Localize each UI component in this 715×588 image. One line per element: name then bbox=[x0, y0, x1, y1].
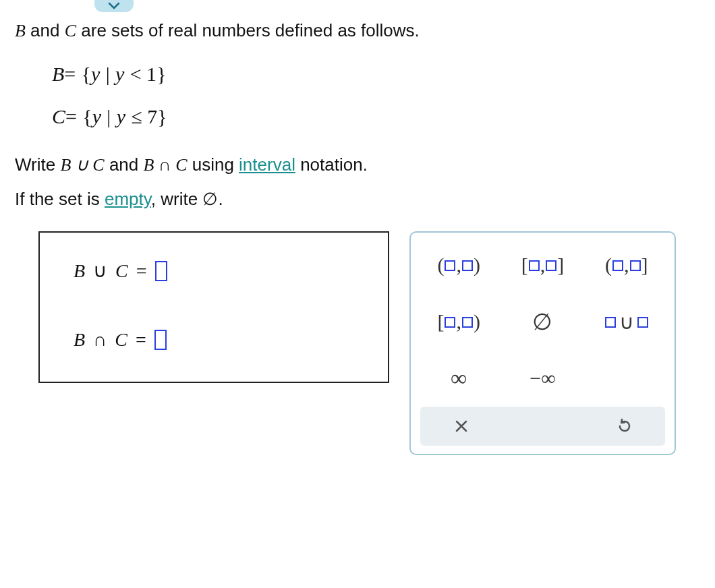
btn-blank bbox=[588, 354, 665, 403]
collapse-hint-chevron[interactable] bbox=[94, 0, 134, 12]
btn-neg-infinity[interactable]: −∞ bbox=[504, 354, 581, 403]
btn-closed-closed[interactable]: [,] bbox=[504, 241, 581, 289]
close-icon bbox=[454, 419, 469, 434]
empty-link[interactable]: empty bbox=[105, 189, 151, 209]
interval-link[interactable]: interval bbox=[239, 154, 295, 175]
var-c: C bbox=[65, 21, 76, 40]
answer-union-row: B ∪ C = bbox=[74, 260, 361, 282]
btn-closed-open[interactable]: [,) bbox=[420, 297, 497, 346]
btn-union-template[interactable]: ∪ bbox=[588, 297, 665, 346]
set-definitions: B= {y | y < 1} C= {y | y ≤ 7} bbox=[15, 59, 700, 131]
answer-intersect-row: B ∩ C = bbox=[74, 329, 361, 351]
btn-empty-set[interactable]: ∅ bbox=[504, 297, 581, 346]
instruction-2: If the set is empty, write ∅. bbox=[15, 186, 700, 212]
symbol-palette: (,) [,] (,] [,) ∅ ∪ ∞ −∞ bbox=[409, 231, 676, 455]
instruction-1: Write B ∪ C and B ∩ C using interval not… bbox=[15, 152, 700, 178]
def-c: C= {y | y ≤ 7} bbox=[52, 101, 700, 131]
problem-intro: B and C are sets of real numbers defined… bbox=[15, 18, 700, 44]
undo-icon bbox=[617, 418, 633, 434]
footer-spacer bbox=[502, 407, 583, 446]
clear-button[interactable] bbox=[420, 407, 502, 446]
intersect-input[interactable] bbox=[154, 330, 167, 350]
union-input[interactable] bbox=[155, 261, 167, 281]
palette-footer bbox=[420, 407, 665, 446]
btn-open-closed[interactable]: (,] bbox=[588, 241, 665, 289]
var-b: B bbox=[15, 21, 26, 40]
btn-infinity[interactable]: ∞ bbox=[420, 354, 497, 403]
def-b: B= {y | y < 1} bbox=[52, 59, 700, 89]
undo-button[interactable] bbox=[583, 407, 665, 446]
btn-open-open[interactable]: (,) bbox=[420, 241, 497, 289]
answer-area: B ∪ C = B ∩ C = bbox=[38, 231, 389, 383]
